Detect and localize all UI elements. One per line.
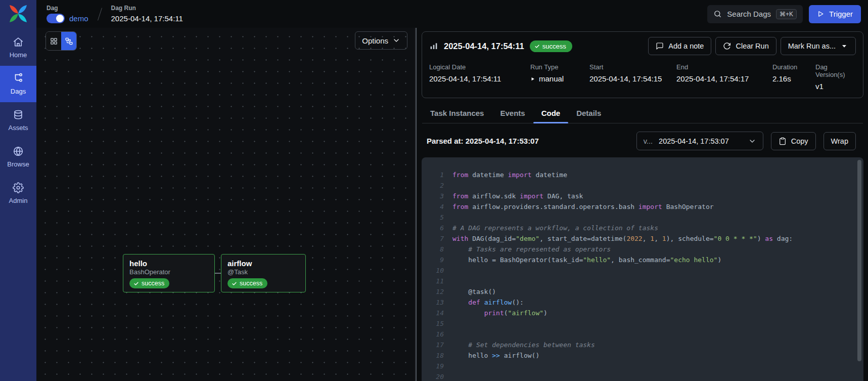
line-number: 13 bbox=[426, 297, 444, 308]
meta-end: End2025-04-14, 17:54:17 bbox=[676, 63, 772, 91]
trigger-button[interactable]: Trigger bbox=[809, 5, 861, 23]
meta-logical-date: Logical Date2025-04-14, 17:54:11 bbox=[429, 63, 530, 91]
sidebar-item-dags[interactable]: Dags bbox=[0, 66, 36, 102]
wrap-label: Wrap bbox=[831, 137, 848, 145]
meta-label: Start bbox=[589, 63, 676, 71]
wrap-button[interactable]: Wrap bbox=[824, 132, 856, 150]
graph-icon bbox=[65, 37, 73, 46]
code-line-text: # Tasks are represented as operators bbox=[452, 244, 611, 255]
task-status-text: success bbox=[142, 280, 164, 287]
clear-run-button[interactable]: Clear Run bbox=[715, 37, 776, 55]
bar-chart-icon bbox=[429, 41, 438, 51]
graph-view-button[interactable] bbox=[61, 32, 76, 50]
line-number: 16 bbox=[426, 329, 444, 340]
dag-pause-toggle[interactable] bbox=[47, 14, 65, 23]
line-number: 19 bbox=[426, 361, 444, 371]
tab-code[interactable]: Code bbox=[533, 103, 569, 123]
code-line: 2 bbox=[426, 180, 856, 191]
browse-icon bbox=[13, 146, 24, 157]
sidebar-item-admin[interactable]: Admin bbox=[0, 175, 36, 211]
code-line: 5 bbox=[426, 212, 856, 223]
meta-value-text: 2025-04-14, 17:54:11 bbox=[429, 74, 501, 83]
line-number: 5 bbox=[426, 212, 444, 223]
check-icon bbox=[133, 281, 139, 286]
play-small-icon bbox=[530, 76, 535, 81]
code-line: 18 hello >> airflow() bbox=[426, 350, 856, 361]
dag-name-link[interactable]: demo bbox=[69, 14, 88, 23]
search-dags-label: Search Dags bbox=[727, 10, 771, 18]
line-number: 3 bbox=[426, 191, 444, 201]
code-line: 20 bbox=[426, 371, 856, 381]
code-line-text: # A DAG represents a workflow, a collect… bbox=[452, 223, 658, 233]
task-node-hello[interactable]: helloBashOperatorsuccess bbox=[123, 254, 215, 292]
code-line: 6# A DAG represents a workflow, a collec… bbox=[426, 223, 856, 233]
copy-label: Copy bbox=[791, 137, 808, 145]
search-shortcut-badge: ⌘+K bbox=[776, 9, 797, 19]
tab-task-instances[interactable]: Task Instances bbox=[422, 103, 492, 123]
task-node-airflow[interactable]: airflow@Tasksuccess bbox=[221, 254, 306, 292]
task-status-badge: success bbox=[129, 278, 169, 288]
tab-events[interactable]: Events bbox=[492, 103, 533, 123]
assets-icon bbox=[13, 109, 24, 120]
meta-label: Run Type bbox=[530, 63, 589, 71]
mark-run-as-button[interactable]: Mark Run as... bbox=[781, 37, 856, 55]
run-meta: Logical Date2025-04-14, 17:54:11Run Type… bbox=[429, 63, 856, 91]
options-label: Options bbox=[362, 36, 388, 45]
line-number: 14 bbox=[426, 308, 444, 318]
task-node-operator: BashOperator bbox=[129, 268, 208, 276]
code-line-text: hello >> airflow() bbox=[452, 350, 539, 361]
app: HomeDagsAssetsBrowseAdmin Dag demo Dag R… bbox=[0, 0, 868, 381]
breadcrumb-separator bbox=[98, 8, 102, 20]
meta-value-text: 2025-04-14, 17:54:15 bbox=[589, 74, 662, 83]
meta-run-type: Run Typemanual bbox=[530, 63, 589, 91]
airflow-logo[interactable] bbox=[0, 0, 36, 29]
line-number: 18 bbox=[426, 350, 444, 361]
airflow-pinwheel-icon bbox=[8, 4, 28, 26]
sidebar-item-home[interactable]: Home bbox=[0, 29, 36, 66]
code-line: 13 def airflow(): bbox=[426, 297, 856, 308]
grid-view-button[interactable] bbox=[46, 32, 61, 50]
home-icon bbox=[13, 36, 24, 48]
grid-icon bbox=[50, 37, 58, 46]
run-detail-panel: 2025-04-14, 17:54:11 success Add a note bbox=[417, 28, 868, 381]
dag-label: Dag bbox=[47, 5, 88, 12]
graph-panel: Options helloBashOperatorsuccessairflow@… bbox=[36, 28, 415, 381]
tab-details[interactable]: Details bbox=[568, 103, 609, 123]
options-button[interactable]: Options bbox=[355, 31, 407, 50]
code-line: 15 bbox=[426, 318, 856, 329]
meta-value: 2025-04-14, 17:54:17 bbox=[676, 74, 772, 83]
code-lines: 1from datetime import datetime23from air… bbox=[426, 170, 856, 381]
code-line: 1from datetime import datetime bbox=[426, 170, 856, 180]
code-line: 12 @task() bbox=[426, 286, 856, 297]
line-number: 4 bbox=[426, 201, 444, 212]
play-icon bbox=[817, 10, 825, 18]
task-node-operator: @Task bbox=[227, 268, 299, 276]
code-line-text: from airflow.providers.standard.operator… bbox=[452, 201, 714, 212]
meta-label: Duration bbox=[772, 63, 815, 71]
search-icon bbox=[713, 10, 722, 18]
copy-button[interactable]: Copy bbox=[771, 132, 816, 150]
content: Options helloBashOperatorsuccessairflow@… bbox=[36, 28, 868, 381]
line-number: 6 bbox=[426, 223, 444, 233]
trigger-label: Trigger bbox=[829, 10, 853, 18]
meta-value-text: 2025-04-14, 17:54:17 bbox=[676, 74, 749, 83]
code-line-text: from datetime import datetime bbox=[452, 170, 567, 180]
search-dags-button[interactable]: Search Dags ⌘+K bbox=[707, 5, 803, 23]
meta-value-text: 2.16s bbox=[772, 74, 791, 83]
code-line-text: # Set dependencies between tasks bbox=[452, 340, 595, 350]
clear-run-label: Clear Run bbox=[736, 42, 768, 50]
code-line: 19 bbox=[426, 361, 856, 371]
meta-label: End bbox=[676, 63, 772, 71]
sidebar-item-assets[interactable]: Assets bbox=[0, 102, 36, 139]
version-value: 2025-04-14, 17:53:07 bbox=[659, 137, 729, 145]
breadcrumb-dag: Dag demo bbox=[47, 5, 88, 23]
dag-version-select[interactable]: v... 2025-04-14, 17:53:07 bbox=[636, 132, 763, 150]
dag-run-label: Dag Run bbox=[111, 5, 183, 12]
code-line-text: def airflow(): bbox=[452, 297, 524, 308]
toggle-knob bbox=[56, 15, 64, 22]
code-scrollbar[interactable] bbox=[857, 160, 861, 361]
task-status-badge: success bbox=[227, 278, 267, 288]
code-line-text: hello = BashOperator(task_id="hello", ba… bbox=[452, 255, 721, 265]
add-note-button[interactable]: Add a note bbox=[648, 37, 711, 55]
sidebar-item-browse[interactable]: Browse bbox=[0, 139, 36, 175]
